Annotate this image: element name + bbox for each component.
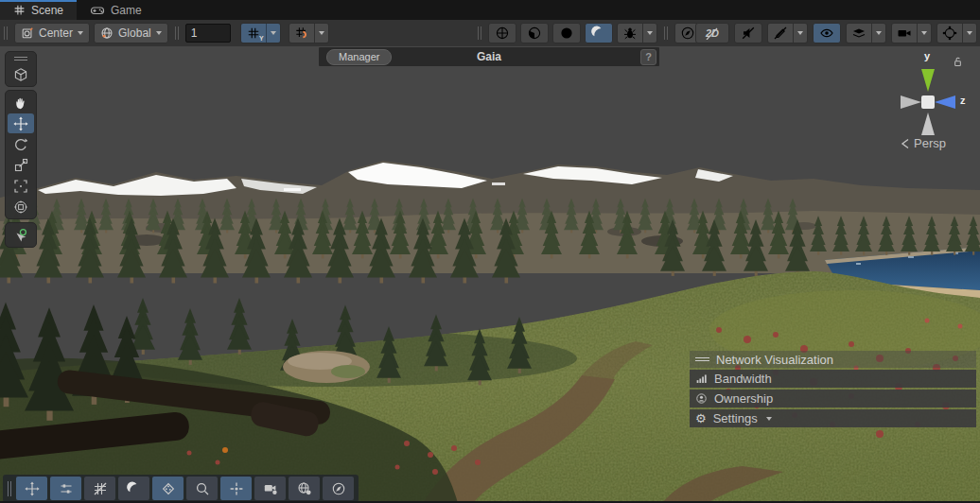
scene-viewport[interactable]: Manager Gaia ? y z: [0, 46, 980, 503]
bandwidth-label: Bandwidth: [714, 372, 772, 386]
tab-scene[interactable]: Scene: [0, 0, 77, 20]
rotate-tool-button[interactable]: [8, 134, 34, 154]
projection-indicator[interactable]: Persp: [901, 136, 946, 150]
settings-row[interactable]: ⚙ Settings: [690, 409, 976, 427]
gamepad-icon: [90, 3, 105, 18]
gizmos-button[interactable]: [937, 24, 962, 43]
grid-snap-dropdown[interactable]: [314, 24, 328, 43]
effects-toggle[interactable]: [768, 24, 793, 43]
scene-camera-dropdown[interactable]: [917, 24, 931, 43]
lighting-toggle-button[interactable]: [520, 23, 549, 43]
audio-mute-toggle[interactable]: [734, 23, 762, 43]
move-tool-button[interactable]: [8, 113, 34, 133]
gaia-title: Gaia: [319, 50, 659, 63]
lock-icon[interactable]: [952, 56, 964, 68]
strip-world-settings-button[interactable]: [289, 477, 320, 500]
debug-dropdown[interactable]: [642, 24, 656, 43]
grid-snap-split-button: [289, 23, 329, 43]
person-icon: [695, 392, 708, 405]
strip-camera-capture-button[interactable]: [254, 477, 286, 500]
gear-icon: ⚙: [695, 412, 707, 425]
pan-hand-tool-button[interactable]: [8, 93, 34, 113]
scene-viewport-render: [0, 46, 980, 503]
strip-night-mode-button[interactable]: [118, 477, 149, 500]
axis-y-cone[interactable]: [921, 69, 935, 92]
unity-editor-window: { "window": { "tabs": [ { "label": "Scen…: [0, 0, 980, 503]
toolbar-separator: [175, 26, 179, 40]
bar-chart-icon: [695, 373, 708, 385]
network-visualization-panel: Network Visualization Bandwidth Ownershi…: [690, 351, 976, 427]
network-panel-header[interactable]: Network Visualization: [690, 351, 976, 368]
layers-split-button: [846, 23, 886, 43]
strip-drag-handle[interactable]: [8, 481, 11, 496]
ownership-label: Ownership: [714, 391, 773, 406]
scene-camera-button[interactable]: [892, 24, 917, 43]
strip-compass-button[interactable]: [323, 477, 354, 500]
chevron-down-icon: [766, 417, 772, 421]
scale-tool-button[interactable]: [8, 155, 34, 175]
layers-button[interactable]: [847, 24, 871, 43]
gizmos-split-button: [936, 23, 977, 43]
pivot-icon: [21, 26, 34, 40]
shading-mode-button[interactable]: [488, 23, 516, 43]
custom-editor-tool-button[interactable]: [8, 225, 34, 245]
toolbar-drag-handle[interactable]: [4, 26, 8, 40]
debug-bug-button[interactable]: [618, 24, 642, 43]
toolbar-separator: [664, 26, 668, 40]
ownership-row[interactable]: Ownership: [690, 390, 976, 408]
chevron-down-icon: [78, 31, 83, 35]
grid-axis-toggle[interactable]: Y: [241, 24, 266, 43]
rect-tool-button[interactable]: [8, 176, 34, 196]
axis-z-cone[interactable]: [935, 95, 955, 109]
editor-tab-bar: Scene Game: [0, 0, 980, 20]
tool-handle-pivot-dropdown[interactable]: Center: [14, 23, 90, 43]
projection-label: Persp: [914, 136, 946, 150]
night-mode-button[interactable]: [585, 23, 613, 43]
grid-snap-toggle[interactable]: [289, 24, 314, 43]
axis-y-label: y: [924, 50, 930, 61]
gizmos-dropdown[interactable]: [962, 24, 976, 43]
scene-visibility-toggle[interactable]: [813, 23, 841, 43]
camera-split-button: [891, 23, 932, 43]
grid-axis-letter: Y: [259, 35, 264, 42]
effects-dropdown[interactable]: [793, 24, 807, 43]
sphere-fill-button[interactable]: [552, 23, 581, 43]
persp-chevron-icon: [901, 138, 910, 149]
axis-down-cone[interactable]: [921, 113, 935, 135]
strip-settings-sliders-button[interactable]: [50, 477, 81, 500]
settings-label: Settings: [713, 411, 758, 425]
tool-handle-rotation-dropdown[interactable]: Global: [94, 23, 168, 43]
strip-move-tool-button[interactable]: [16, 477, 47, 500]
gaia-help-button[interactable]: ?: [640, 49, 656, 65]
pivot-label: Center: [39, 26, 73, 40]
grid-axis-dropdown[interactable]: [266, 24, 280, 43]
globe-icon: [100, 26, 114, 40]
rock: [283, 351, 370, 383]
2d-mode-toggle[interactable]: 2D: [695, 23, 729, 43]
view-cube-tool-button[interactable]: [8, 64, 34, 84]
layers-dropdown[interactable]: [871, 24, 885, 43]
gaia-overlay-bar: Manager Gaia ?: [319, 47, 659, 66]
gizmo-center-cube[interactable]: [921, 95, 935, 109]
bandwidth-row[interactable]: Bandwidth: [690, 370, 976, 388]
strip-terrain-stamp-button[interactable]: [152, 477, 184, 500]
tools-overlay: [5, 51, 37, 248]
strip-grid-snap-off-button[interactable]: [84, 477, 115, 500]
grid-size-input[interactable]: [185, 24, 231, 43]
panel-drag-handle-icon: [695, 356, 709, 363]
strip-snap-target-button[interactable]: [220, 477, 252, 500]
orientation-label: Global: [118, 26, 151, 40]
transform-tool-button[interactable]: [8, 197, 34, 217]
tab-game[interactable]: Game: [77, 0, 155, 20]
chevron-down-icon: [156, 31, 162, 35]
network-panel-title: Network Visualization: [716, 353, 833, 367]
tab-scene-label: Scene: [31, 4, 63, 17]
strip-zoom-button[interactable]: [186, 477, 218, 500]
scene-grid-icon: [13, 4, 26, 16]
grid-icon: [247, 26, 260, 40]
axis-z-label: z: [960, 95, 966, 106]
axis-left-cone[interactable]: [901, 95, 921, 109]
grid-visibility-split-button: Y: [240, 23, 281, 43]
tools-drag-handle[interactable]: [8, 54, 34, 63]
scene-view-toolbar: Center Global Y: [0, 20, 980, 47]
